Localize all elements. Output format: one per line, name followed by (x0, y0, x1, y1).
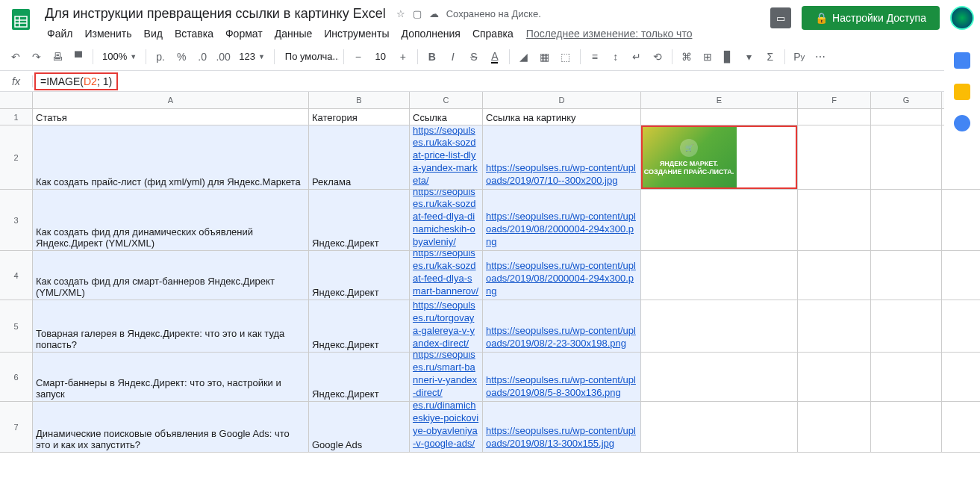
cell-b2[interactable]: Реклама (309, 125, 410, 189)
cell-e2-image[interactable]: 🛒 ЯНДЕКС МАРКЕТ.СОЗДАНИЕ ПРАЙС-ЛИСТА. (641, 125, 798, 189)
cell-g4[interactable] (871, 251, 942, 300)
star-icon[interactable]: ☆ (396, 8, 405, 19)
cell-a2[interactable]: Как создать прайс-лист (фид xml/yml) для… (33, 125, 309, 189)
move-icon[interactable]: ▢ (413, 8, 422, 19)
text-color-button[interactable]: A (485, 47, 505, 66)
row-header-7[interactable]: 7 (0, 402, 33, 452)
row-header-2[interactable]: 2 (0, 125, 33, 189)
cell-f1[interactable] (798, 109, 871, 125)
filter-button[interactable]: ▾ (740, 47, 759, 66)
font-size-input[interactable]: 10 (369, 51, 392, 62)
menu-addons[interactable]: Дополнения (396, 25, 466, 43)
sheets-logo[interactable] (6, 4, 36, 34)
tasks-icon[interactable] (954, 115, 970, 131)
cell-a1[interactable]: Статья (33, 109, 309, 125)
bold-button[interactable]: B (422, 47, 442, 66)
cell-c7[interactable]: https://seopulses.ru/dinamicheskiye-poic… (410, 402, 483, 452)
calendar-icon[interactable] (954, 52, 970, 69)
cell-a7[interactable]: Динамические поисковые объявления в Goog… (33, 402, 309, 452)
col-header-e[interactable]: E (641, 92, 798, 108)
font-select[interactable]: По умолча...▼ (279, 51, 339, 62)
rotate-button[interactable]: ⟲ (648, 47, 667, 66)
wrap-button[interactable]: ↵ (627, 47, 646, 66)
col-header-f[interactable]: F (798, 92, 871, 108)
last-edit-link[interactable]: Последнее изменение: только что (526, 25, 693, 43)
cell-e5[interactable] (641, 300, 798, 352)
font-size-decrease[interactable]: − (349, 47, 368, 66)
cell-b3[interactable]: Яндекс.Директ (309, 190, 410, 250)
cell-d4[interactable]: https://seopulses.ru/wp-content/uploads/… (483, 251, 641, 300)
cell-e7[interactable] (641, 402, 798, 452)
row-header-3[interactable]: 3 (0, 190, 33, 250)
cell-g5[interactable] (871, 300, 942, 352)
currency-button[interactable]: р. (151, 47, 170, 66)
cell-e1[interactable] (641, 109, 798, 125)
cell-b7[interactable]: Google Ads (309, 402, 410, 452)
col-header-a[interactable]: A (33, 92, 309, 108)
h-align-button[interactable]: ≡ (585, 47, 605, 66)
account-avatar[interactable] (950, 6, 974, 30)
fill-color-button[interactable]: ◢ (514, 47, 534, 66)
functions-button[interactable]: Σ (761, 47, 780, 66)
col-header-b[interactable]: B (309, 92, 410, 108)
cell-g7[interactable] (871, 402, 942, 452)
number-format-select[interactable]: 123▼ (234, 51, 269, 62)
menu-view[interactable]: Вид (139, 25, 168, 43)
menu-format[interactable]: Формат (220, 25, 268, 43)
menu-tools[interactable]: Инструменты (319, 25, 394, 43)
col-header-g[interactable]: G (871, 92, 942, 108)
dec-increase-button[interactable]: .00 (213, 47, 233, 66)
borders-button[interactable]: ▦ (535, 47, 555, 66)
paint-format-button[interactable]: ▀ (69, 47, 88, 66)
menu-help[interactable]: Справка (467, 25, 519, 43)
zoom-select[interactable]: 100%▼ (98, 51, 141, 62)
col-header-d[interactable]: D (483, 92, 641, 108)
cell-f6[interactable] (798, 353, 871, 401)
menu-data[interactable]: Данные (269, 25, 318, 43)
cell-b4[interactable]: Яндекс.Директ (309, 251, 410, 300)
cell-f7[interactable] (798, 402, 871, 452)
comment-button[interactable]: ⊞ (698, 47, 717, 66)
cell-f5[interactable] (798, 300, 871, 352)
cell-e4[interactable] (641, 251, 798, 300)
undo-button[interactable]: ↶ (6, 47, 25, 66)
cell-f3[interactable] (798, 190, 871, 250)
cell-e3[interactable] (641, 190, 798, 250)
col-header-c[interactable]: C (410, 92, 483, 108)
cell-b6[interactable]: Яндекс.Директ (309, 353, 410, 401)
row-header-4[interactable]: 4 (0, 251, 33, 300)
print-button[interactable]: 🖶 (48, 47, 67, 66)
cell-c1[interactable]: Ссылка (410, 109, 483, 125)
row-header-6[interactable]: 6 (0, 353, 33, 401)
cell-d2[interactable]: https://seopulses.ru/wp-content/uploads/… (483, 125, 641, 189)
share-button[interactable]: 🔒 Настройки Доступа (802, 6, 940, 30)
cell-g2[interactable] (871, 125, 942, 189)
dec-decrease-button[interactable]: .0 (193, 47, 212, 66)
font-size-increase[interactable]: + (393, 47, 413, 66)
cell-f4[interactable] (798, 251, 871, 300)
input-button[interactable]: Ру (790, 47, 809, 66)
spreadsheet-grid[interactable]: A B C D E F G 1 Статья Категория Ссылка … (0, 92, 980, 453)
cell-c5[interactable]: https://seopulses.ru/torgovaya-galereya-… (410, 300, 483, 352)
v-align-button[interactable]: ↕ (606, 47, 625, 66)
cell-g3[interactable] (871, 190, 942, 250)
cell-c4[interactable]: https://seopulses.ru/kak-sozdat-feed-dly… (410, 251, 483, 300)
keep-icon[interactable] (954, 84, 970, 100)
comments-button[interactable]: ▭ (770, 7, 791, 28)
cell-d6[interactable]: https://seopulses.ru/wp-content/uploads/… (483, 353, 641, 401)
chart-button[interactable]: ▊ (719, 47, 738, 66)
link-button[interactable]: ⌘ (677, 47, 696, 66)
cell-b5[interactable]: Яндекс.Директ (309, 300, 410, 352)
cell-d3[interactable]: https://seopulses.ru/wp-content/uploads/… (483, 190, 641, 250)
select-all-corner[interactable] (0, 92, 33, 108)
more-button[interactable]: ⋯ (811, 47, 830, 66)
cell-e6[interactable] (641, 353, 798, 401)
cell-c2[interactable]: https://seopulses.ru/kak-sozdat-price-li… (410, 125, 483, 189)
cell-d1[interactable]: Ссылка на картинку (483, 109, 641, 125)
cell-c3[interactable]: https://seopulses.ru/kak-sozdat-feed-dly… (410, 190, 483, 250)
cell-g1[interactable] (871, 109, 942, 125)
document-title[interactable]: Для инструкции превращения ссылки в карт… (42, 4, 389, 23)
cell-a5[interactable]: Товарная галерея в Яндекс.Директе: что э… (33, 300, 309, 352)
cell-a6[interactable]: Смарт-баннеры в Яндекс.Директ: что это, … (33, 353, 309, 401)
cell-f2[interactable] (798, 125, 871, 189)
